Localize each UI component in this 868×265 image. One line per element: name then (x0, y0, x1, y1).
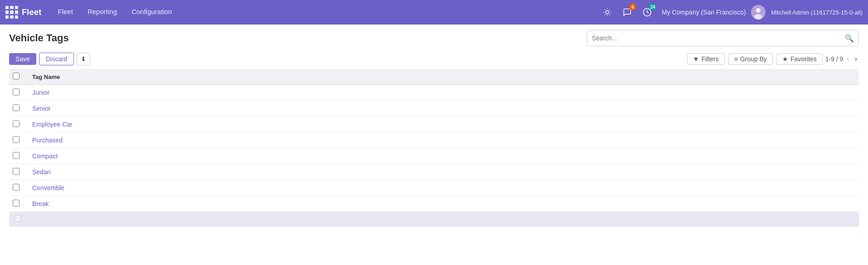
toolbar: Save Discard ⬇ ▼ Filters ≡ Group By ★ Fa… (0, 50, 868, 69)
row-checkbox-cell (9, 180, 27, 196)
tag-name-cell: Junior (27, 85, 859, 101)
row-checkbox[interactable] (13, 136, 20, 143)
company-name: My Company (San Francisco) (662, 9, 746, 16)
pagination: 1-9 / 9 ‹ › (825, 54, 859, 64)
svg-point-3 (756, 8, 761, 13)
new-row-checkbox[interactable] (15, 215, 21, 222)
tag-name-cell: Break (27, 196, 859, 212)
chat-icon-btn[interactable]: 6 (620, 5, 634, 20)
row-checkbox[interactable] (13, 184, 20, 191)
table-row: Purchased (9, 132, 859, 148)
filter-bar: ▼ Filters ≡ Group By ★ Favorites (687, 53, 823, 65)
nav-configuration[interactable]: Configuration (124, 0, 179, 25)
select-all-checkbox[interactable] (13, 73, 20, 79)
table-header-row: Tag Name (9, 69, 859, 85)
table-row: Employee Car (9, 117, 859, 132)
download-button[interactable]: ⬇ (77, 53, 90, 65)
filters-label: Filters (702, 55, 719, 63)
col-header-tag-name: Tag Name (27, 69, 859, 85)
bug-icon-btn[interactable] (600, 5, 614, 20)
tag-name-cell: Sedan (27, 164, 859, 180)
pagination-text: 1-9 / 9 (825, 55, 844, 63)
tag-name-cell: Convertible (27, 180, 859, 196)
table-wrapper: Tag Name Junior Senior Employee Car Purc… (0, 69, 868, 227)
search-icon[interactable]: 🔍 (845, 34, 854, 43)
new-tag-row (9, 212, 859, 227)
prev-page-button[interactable]: ‹ (845, 54, 851, 64)
row-checkbox[interactable] (13, 88, 20, 95)
star-icon: ★ (782, 55, 788, 63)
tag-name-cell: Employee Car (27, 117, 859, 132)
filters-button[interactable]: ▼ Filters (687, 53, 725, 65)
row-checkbox-cell (9, 101, 27, 117)
row-checkbox[interactable] (13, 200, 20, 206)
chat-badge: 6 (629, 3, 636, 10)
row-checkbox-cell (9, 164, 27, 180)
filter-icon: ▼ (693, 55, 699, 63)
row-checkbox[interactable] (13, 120, 20, 127)
row-checkbox-cell (9, 132, 27, 148)
favorites-button[interactable]: ★ Favorites (776, 53, 823, 65)
row-checkbox-cell (9, 85, 27, 101)
tag-name-cell: Compact (27, 148, 859, 164)
nav-fleet[interactable]: Fleet (51, 0, 80, 25)
table-row: Break (9, 196, 859, 212)
row-checkbox-cell (9, 196, 27, 212)
new-tag-input[interactable] (32, 215, 853, 224)
svg-point-4 (754, 14, 762, 20)
header-checkbox-cell (9, 69, 27, 85)
user-name[interactable]: Mitchell Admin (11617725-15-0-all) (771, 9, 863, 16)
page-title: Vehicle Tags (9, 32, 69, 44)
table-row: Senior (9, 101, 859, 117)
table-row: Junior (9, 85, 859, 101)
app-brand: Fleet (22, 8, 42, 17)
search-input[interactable] (592, 34, 845, 42)
topnav: Fleet Fleet Reporting Configuration 6 24… (0, 0, 868, 25)
row-checkbox[interactable] (13, 104, 20, 111)
discard-button[interactable]: Discard (39, 53, 74, 65)
page-header: Vehicle Tags 🔍 (0, 25, 868, 50)
new-row-checkbox-cell (9, 212, 27, 227)
apps-icon[interactable] (5, 6, 18, 19)
vehicle-tags-table: Tag Name Junior Senior Employee Car Purc… (9, 69, 859, 227)
tag-name-cell: Senior (27, 101, 859, 117)
favorites-label: Favorites (790, 55, 817, 63)
topnav-menu: Fleet Reporting Configuration (51, 0, 600, 25)
row-checkbox[interactable] (13, 168, 20, 175)
row-checkbox[interactable] (13, 152, 20, 159)
tags-tbody: Junior Senior Employee Car Purchased Com… (9, 85, 859, 227)
row-checkbox-cell (9, 117, 27, 132)
tag-name-cell: Purchased (27, 132, 859, 148)
save-button[interactable]: Save (9, 53, 36, 65)
row-checkbox-cell (9, 148, 27, 164)
clock-badge: 24 (649, 3, 656, 10)
nav-reporting[interactable]: Reporting (80, 0, 124, 25)
topnav-right: 6 24 My Company (San Francisco) Mitchell… (600, 5, 863, 20)
group-by-icon: ≡ (734, 55, 738, 63)
table-row: Sedan (9, 164, 859, 180)
group-by-button[interactable]: ≡ Group By (728, 53, 773, 65)
table-row: Convertible (9, 180, 859, 196)
search-bar[interactable]: 🔍 (587, 30, 859, 46)
new-tag-name-cell[interactable] (27, 212, 859, 227)
next-page-button[interactable]: › (853, 54, 859, 64)
clock-icon-btn[interactable]: 24 (640, 5, 654, 20)
svg-point-0 (606, 11, 609, 14)
table-row: Compact (9, 148, 859, 164)
user-avatar[interactable] (751, 5, 766, 20)
group-by-label: Group By (740, 55, 767, 63)
